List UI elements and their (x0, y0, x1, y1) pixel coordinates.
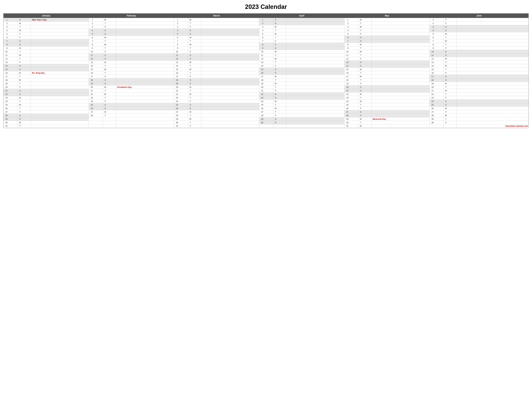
may-day-num-30: 30 (344, 121, 358, 124)
may-event-16 (371, 71, 429, 75)
may-event-3 (371, 25, 429, 29)
february-day-num-1: 1 (89, 18, 103, 22)
march-day-letter-18: S (188, 78, 201, 82)
april-event-17 (286, 75, 344, 78)
january-day-letter-26: T (18, 107, 31, 110)
june-day-num-12: 12 (430, 57, 444, 61)
february-day-letter-13: M (103, 61, 116, 64)
june-day-num-6: 6 (430, 36, 444, 39)
march-event-1 (201, 18, 259, 22)
march-event-22 (201, 93, 259, 96)
may-day-letter-20: S (358, 85, 371, 89)
april-day-num-23: 23 (259, 96, 273, 100)
june-day-num-20: 20 (430, 85, 444, 89)
february-day-letter-23: T (103, 96, 116, 100)
january-event-10 (31, 50, 89, 54)
february-day-num-20: 20 (89, 85, 103, 89)
june-day-num-16: 16 (430, 71, 444, 75)
april-event-14 (286, 64, 344, 68)
february-day-letter-3: F (103, 25, 116, 29)
march-day-num-4: 4 (174, 29, 188, 32)
footer-link[interactable]: www.blank-calendar.com (457, 125, 528, 127)
june-day-letter-12: M (444, 57, 457, 61)
table-row: 20F20MPresidents Day20M20T20S20T (3, 85, 529, 89)
february-day-letter-27: M (103, 110, 116, 114)
march-day-letter-27: M (188, 110, 201, 114)
january-header: January (3, 13, 89, 18)
january-day-num-28: 28 (3, 114, 18, 117)
june-event-28 (457, 114, 529, 117)
february-event-26 (116, 107, 174, 110)
february-event-6 (116, 36, 174, 39)
march-day-letter-26: S (188, 107, 201, 110)
april-day-num-26: 26 (259, 107, 273, 110)
february-day-letter-1: W (103, 18, 116, 22)
march-day-letter-17: F (188, 75, 201, 78)
april-event-3 (286, 25, 344, 29)
june-day-num-21: 21 (430, 89, 444, 93)
june-event-21 (457, 89, 529, 93)
february-empty-event-29 (116, 121, 174, 124)
march-day-letter-16: T (188, 71, 201, 75)
april-day-num-18: 18 (259, 78, 273, 82)
january-day-num-30: 30 (3, 121, 18, 124)
march-event-31 (201, 124, 259, 128)
april-day-num-15: 15 (259, 68, 273, 71)
april-day-letter-16: S (273, 71, 286, 75)
march-day-num-7: 7 (174, 39, 188, 43)
january-event-28 (31, 114, 89, 117)
april-event-25 (286, 103, 344, 107)
april-day-letter-19: W (273, 82, 286, 85)
june-day-num-17: 17 (430, 75, 444, 78)
january-event-29 (31, 117, 89, 121)
march-day-num-8: 8 (174, 43, 188, 47)
june-day-letter-13: T (444, 61, 457, 64)
june-day-num-26: 26 (430, 107, 444, 110)
april-day-letter-30: S (273, 121, 286, 124)
april-day-letter-17: M (273, 75, 286, 78)
table-row: 5T5S5S5W5F5M (3, 32, 529, 36)
march-day-num-6: 6 (174, 36, 188, 39)
june-event-9 (457, 47, 529, 50)
february-day-num-19: 19 (89, 82, 103, 85)
february-day-num-6: 6 (89, 36, 103, 39)
january-event-2 (31, 22, 89, 25)
april-day-letter-11: T (273, 54, 286, 57)
june-day-num-29: 29 (430, 117, 444, 121)
may-day-letter-9: T (358, 47, 371, 50)
may-day-letter-22: M (358, 93, 371, 96)
june-event-3 (457, 25, 529, 29)
march-event-5 (201, 32, 259, 36)
may-event-29: Memorial Day (371, 117, 429, 121)
march-day-num-15: 15 (174, 68, 188, 71)
may-event-4 (371, 29, 429, 32)
april-event-10 (286, 50, 344, 54)
february-day-letter-10: F (103, 50, 116, 54)
april-day-letter-14: F (273, 64, 286, 68)
january-event-14 (31, 64, 89, 68)
may-event-19 (371, 82, 429, 85)
february-day-num-16: 16 (89, 71, 103, 75)
june-day-num-8: 8 (430, 43, 444, 47)
table-row: 29S29W29S29MMemorial Day29T (3, 117, 529, 121)
may-day-num-4: 4 (344, 29, 358, 32)
may-event-22 (371, 93, 429, 96)
march-day-num-29: 29 (174, 117, 188, 121)
may-day-num-5: 5 (344, 32, 358, 36)
march-day-letter-8: W (188, 43, 201, 47)
may-event-5 (371, 32, 429, 36)
february-day-num-25: 25 (89, 103, 103, 107)
march-event-8 (201, 43, 259, 47)
march-event-21 (201, 89, 259, 93)
table-row: 15S15W15W15S15M15T (3, 68, 529, 71)
may-event-10 (371, 50, 429, 54)
june-day-num-25: 25 (430, 103, 444, 107)
march-event-25 (201, 103, 259, 107)
april-day-num-30: 30 (259, 121, 273, 124)
may-day-letter-4: T (358, 29, 371, 32)
march-event-28 (201, 114, 259, 117)
february-day-num-4: 4 (89, 29, 103, 32)
march-day-num-23: 23 (174, 96, 188, 100)
april-day-num-5: 5 (259, 32, 273, 36)
february-event-7 (116, 39, 174, 43)
